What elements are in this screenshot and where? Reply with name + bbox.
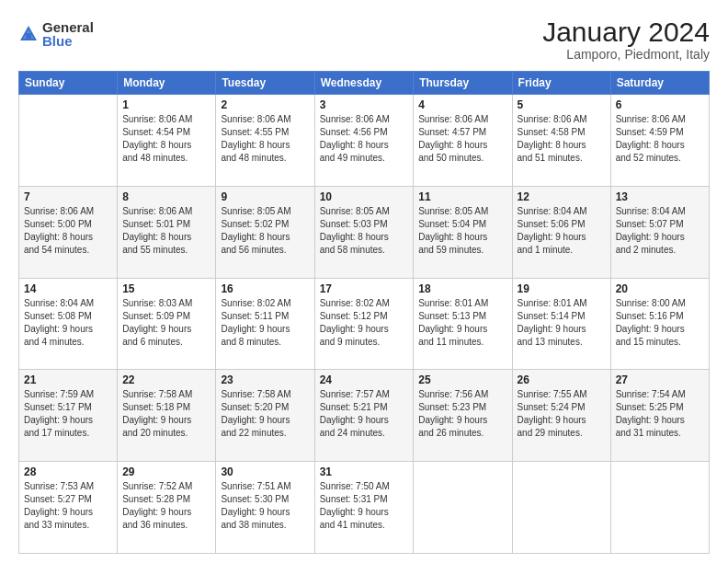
day-number: 17 <box>320 282 409 295</box>
calendar-cell: 4Sunrise: 8:06 AMSunset: 4:57 PMDaylight… <box>414 95 512 187</box>
day-info: Sunrise: 8:04 AMSunset: 5:08 PMDaylight:… <box>24 297 112 349</box>
calendar-cell: 7Sunrise: 8:06 AMSunset: 5:00 PMDaylight… <box>19 186 118 278</box>
day-number: 5 <box>518 98 606 111</box>
day-info: Sunrise: 7:55 AMSunset: 5:24 PMDaylight:… <box>518 388 606 440</box>
day-number: 15 <box>122 282 210 295</box>
calendar-cell: 18Sunrise: 8:01 AMSunset: 5:13 PMDayligh… <box>414 278 512 370</box>
day-number: 21 <box>24 373 112 386</box>
day-info: Sunrise: 8:01 AMSunset: 5:13 PMDaylight:… <box>418 297 506 349</box>
calendar-cell: 19Sunrise: 8:01 AMSunset: 5:14 PMDayligh… <box>512 278 610 370</box>
day-info: Sunrise: 7:58 AMSunset: 5:20 PMDaylight:… <box>221 388 309 440</box>
calendar-week-1: 1Sunrise: 8:06 AMSunset: 4:54 PMDaylight… <box>19 95 710 187</box>
weekday-header-row: SundayMondayTuesdayWednesdayThursdayFrid… <box>19 72 710 95</box>
calendar-cell: 30Sunrise: 7:51 AMSunset: 5:30 PMDayligh… <box>216 462 314 554</box>
day-number: 6 <box>616 98 704 111</box>
calendar-cell: 22Sunrise: 7:58 AMSunset: 5:18 PMDayligh… <box>118 370 216 462</box>
day-number: 2 <box>221 98 309 111</box>
day-info: Sunrise: 8:04 AMSunset: 5:07 PMDaylight:… <box>616 205 704 257</box>
day-number: 4 <box>418 98 506 111</box>
title-block: January 2024 Lamporo, Piedmont, Italy <box>542 17 710 62</box>
day-info: Sunrise: 8:04 AMSunset: 5:06 PMDaylight:… <box>518 205 606 257</box>
day-number: 23 <box>221 373 309 386</box>
calendar-week-2: 7Sunrise: 8:06 AMSunset: 5:00 PMDaylight… <box>19 186 710 278</box>
day-info: Sunrise: 8:06 AMSunset: 4:59 PMDaylight:… <box>616 113 704 165</box>
subtitle: Lamporo, Piedmont, Italy <box>542 47 710 62</box>
day-number: 1 <box>122 98 210 111</box>
page: General Blue January 2024 Lamporo, Piedm… <box>0 0 728 563</box>
calendar-cell: 10Sunrise: 8:05 AMSunset: 5:03 PMDayligh… <box>314 186 414 278</box>
calendar-cell: 28Sunrise: 7:53 AMSunset: 5:27 PMDayligh… <box>19 462 118 554</box>
logo-blue-text: Blue <box>42 34 94 48</box>
day-info: Sunrise: 8:02 AMSunset: 5:12 PMDaylight:… <box>320 297 409 349</box>
day-number: 18 <box>418 282 506 295</box>
day-number: 28 <box>24 465 112 478</box>
calendar-week-4: 21Sunrise: 7:59 AMSunset: 5:17 PMDayligh… <box>19 370 710 462</box>
calendar-cell: 6Sunrise: 8:06 AMSunset: 4:59 PMDaylight… <box>610 95 709 187</box>
day-info: Sunrise: 7:59 AMSunset: 5:17 PMDaylight:… <box>24 388 112 440</box>
weekday-header-saturday: Saturday <box>610 72 709 95</box>
day-info: Sunrise: 7:52 AMSunset: 5:28 PMDaylight:… <box>122 480 210 532</box>
day-info: Sunrise: 7:56 AMSunset: 5:23 PMDaylight:… <box>418 388 506 440</box>
day-info: Sunrise: 7:51 AMSunset: 5:30 PMDaylight:… <box>221 480 309 532</box>
day-info: Sunrise: 8:06 AMSunset: 5:01 PMDaylight:… <box>122 205 210 257</box>
day-info: Sunrise: 7:54 AMSunset: 5:25 PMDaylight:… <box>616 388 704 440</box>
calendar-cell: 13Sunrise: 8:04 AMSunset: 5:07 PMDayligh… <box>610 186 709 278</box>
calendar-week-3: 14Sunrise: 8:04 AMSunset: 5:08 PMDayligh… <box>19 278 710 370</box>
calendar-cell <box>512 462 610 554</box>
main-title: January 2024 <box>542 17 710 47</box>
day-number: 29 <box>122 465 210 478</box>
day-number: 25 <box>418 373 506 386</box>
logo-general-text: General <box>42 20 94 34</box>
calendar-cell: 15Sunrise: 8:03 AMSunset: 5:09 PMDayligh… <box>118 278 216 370</box>
day-number: 27 <box>616 373 704 386</box>
day-number: 7 <box>24 190 112 203</box>
calendar-cell <box>610 462 709 554</box>
day-info: Sunrise: 8:06 AMSunset: 4:58 PMDaylight:… <box>518 113 606 165</box>
calendar-cell: 23Sunrise: 7:58 AMSunset: 5:20 PMDayligh… <box>216 370 314 462</box>
logo-text: General Blue <box>42 20 94 48</box>
calendar-cell: 14Sunrise: 8:04 AMSunset: 5:08 PMDayligh… <box>19 278 118 370</box>
day-number: 12 <box>518 190 606 203</box>
day-number: 11 <box>418 190 506 203</box>
calendar-cell: 9Sunrise: 8:05 AMSunset: 5:02 PMDaylight… <box>216 186 314 278</box>
calendar-cell: 17Sunrise: 8:02 AMSunset: 5:12 PMDayligh… <box>314 278 414 370</box>
calendar-cell: 31Sunrise: 7:50 AMSunset: 5:31 PMDayligh… <box>314 462 414 554</box>
day-info: Sunrise: 8:06 AMSunset: 4:55 PMDaylight:… <box>221 113 309 165</box>
calendar-table: SundayMondayTuesdayWednesdayThursdayFrid… <box>18 71 710 554</box>
weekday-header-tuesday: Tuesday <box>216 72 314 95</box>
calendar-cell: 20Sunrise: 8:00 AMSunset: 5:16 PMDayligh… <box>610 278 709 370</box>
calendar-header: SundayMondayTuesdayWednesdayThursdayFrid… <box>19 72 710 95</box>
day-info: Sunrise: 8:05 AMSunset: 5:03 PMDaylight:… <box>320 205 409 257</box>
calendar-cell: 8Sunrise: 8:06 AMSunset: 5:01 PMDaylight… <box>118 186 216 278</box>
day-info: Sunrise: 8:03 AMSunset: 5:09 PMDaylight:… <box>122 297 210 349</box>
day-number: 26 <box>518 373 606 386</box>
weekday-header-wednesday: Wednesday <box>314 72 414 95</box>
calendar-week-5: 28Sunrise: 7:53 AMSunset: 5:27 PMDayligh… <box>19 462 710 554</box>
calendar-cell <box>19 95 118 187</box>
day-number: 30 <box>221 465 309 478</box>
day-number: 16 <box>221 282 309 295</box>
day-info: Sunrise: 8:05 AMSunset: 5:02 PMDaylight:… <box>221 205 309 257</box>
day-number: 20 <box>616 282 704 295</box>
day-number: 13 <box>616 190 704 203</box>
day-info: Sunrise: 8:06 AMSunset: 4:56 PMDaylight:… <box>320 113 409 165</box>
calendar-cell: 2Sunrise: 8:06 AMSunset: 4:55 PMDaylight… <box>216 95 314 187</box>
svg-rect-2 <box>26 33 31 39</box>
day-info: Sunrise: 7:57 AMSunset: 5:21 PMDaylight:… <box>320 388 409 440</box>
calendar-cell: 26Sunrise: 7:55 AMSunset: 5:24 PMDayligh… <box>512 370 610 462</box>
calendar-cell: 11Sunrise: 8:05 AMSunset: 5:04 PMDayligh… <box>414 186 512 278</box>
calendar-cell: 21Sunrise: 7:59 AMSunset: 5:17 PMDayligh… <box>19 370 118 462</box>
calendar-cell: 3Sunrise: 8:06 AMSunset: 4:56 PMDaylight… <box>314 95 414 187</box>
calendar-cell: 12Sunrise: 8:04 AMSunset: 5:06 PMDayligh… <box>512 186 610 278</box>
day-info: Sunrise: 8:06 AMSunset: 4:57 PMDaylight:… <box>418 113 506 165</box>
day-info: Sunrise: 7:53 AMSunset: 5:27 PMDaylight:… <box>24 480 112 532</box>
calendar-cell: 25Sunrise: 7:56 AMSunset: 5:23 PMDayligh… <box>414 370 512 462</box>
day-number: 24 <box>320 373 409 386</box>
day-number: 19 <box>518 282 606 295</box>
calendar-body: 1Sunrise: 8:06 AMSunset: 4:54 PMDaylight… <box>19 95 710 554</box>
day-number: 31 <box>320 465 409 478</box>
day-number: 14 <box>24 282 112 295</box>
calendar-cell: 27Sunrise: 7:54 AMSunset: 5:25 PMDayligh… <box>610 370 709 462</box>
weekday-header-thursday: Thursday <box>414 72 512 95</box>
calendar-cell: 24Sunrise: 7:57 AMSunset: 5:21 PMDayligh… <box>314 370 414 462</box>
